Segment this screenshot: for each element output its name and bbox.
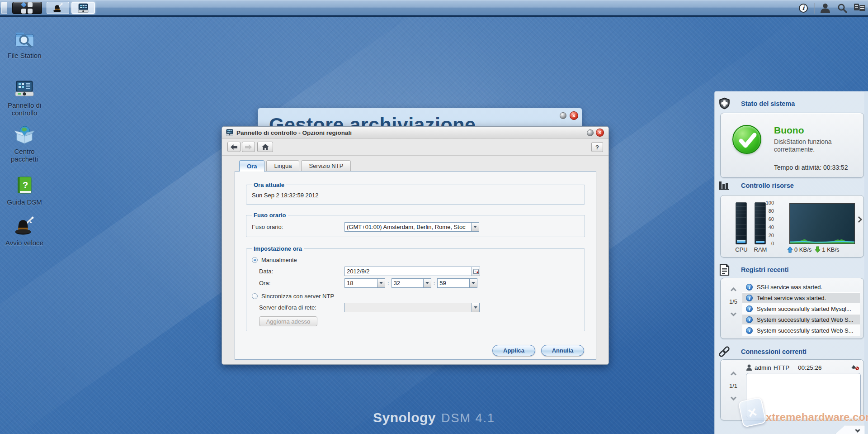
connection-protocol: HTTP <box>774 364 798 371</box>
minute-select[interactable]: 32 <box>392 278 431 288</box>
timezone-select[interactable]: (GMT+01:00) Amsterdam, Berlin, Rome, Sto… <box>344 222 479 232</box>
calendar-icon <box>473 268 479 274</box>
time-setting-fieldset: Impostazione ora Manualmente Data: <box>246 245 585 331</box>
page-up-icon[interactable] <box>731 372 736 377</box>
upload-speed: 0 KB/s <box>794 246 811 253</box>
quick-launch-button[interactable] <box>47 2 69 14</box>
log-text: SSH service was started. <box>757 284 822 291</box>
control-panel-icon <box>226 129 233 136</box>
info-icon: i <box>746 327 753 334</box>
cancel-button[interactable]: Annulla <box>541 345 584 356</box>
pilot-view-button[interactable] <box>851 2 868 14</box>
ram-label: RAM <box>753 246 768 253</box>
ntp-server-label: Server dell'ora di rete: <box>259 304 344 311</box>
widget-title: Connessioni correnti <box>741 348 807 355</box>
back-button[interactable] <box>227 142 241 152</box>
dialog-titlebar[interactable]: Pannello di controllo - Opzioni regional… <box>222 127 609 139</box>
manual-radio-row[interactable]: Manualmente <box>252 255 579 265</box>
desktop-icon-package-center[interactable]: Centro pacchetti <box>3 124 46 163</box>
log-text: Telnet service was started. <box>757 295 826 301</box>
dropdown-trigger-icon[interactable] <box>472 222 479 232</box>
tab-lingua[interactable]: Lingua <box>266 160 299 171</box>
taskbar-edge <box>0 15 868 17</box>
forward-button[interactable] <box>242 142 255 152</box>
log-row: iTelnet service was started. <box>742 292 860 303</box>
quick-start-icon <box>14 215 35 237</box>
home-button[interactable] <box>257 142 273 152</box>
user-icon <box>746 364 752 371</box>
page-up-icon[interactable] <box>731 287 736 293</box>
desktop-icon-quick-start[interactable]: Avvio veloce <box>3 215 46 247</box>
log-text: System successfully started Web S... <box>757 316 854 323</box>
page-down-icon[interactable] <box>731 395 736 401</box>
user-menu-button[interactable] <box>816 2 834 14</box>
resource-monitor-panel: CPU RAM 100 80 60 40 20 0 0 KB/s 1 KB/s <box>720 195 864 258</box>
bar-chart-icon <box>715 180 734 191</box>
update-now-button: Aggiorna adesso <box>259 316 317 326</box>
hour-select[interactable]: 18 <box>344 278 385 288</box>
logs-pager: 1/5 <box>725 278 741 317</box>
svg-text:?: ? <box>23 180 28 190</box>
dropdown-trigger-icon[interactable] <box>470 278 477 288</box>
info-icon: i <box>746 284 753 291</box>
timezone-label: Fuso orario: <box>252 224 344 230</box>
minimize-button[interactable] <box>587 129 594 136</box>
control-panel-taskbar-button[interactable] <box>71 2 95 14</box>
help-button[interactable]: ? <box>591 142 603 152</box>
health-status: Buono <box>774 125 804 136</box>
synology-logo-text: Synology <box>373 410 436 425</box>
close-button[interactable]: × <box>570 111 578 120</box>
calendar-button[interactable] <box>472 267 480 276</box>
page-indicator: 1/1 <box>725 382 741 389</box>
show-desktop-tab[interactable] <box>1 2 7 14</box>
ntp-server-row: Server dell'ora di rete: <box>252 302 579 313</box>
taskbar: i <box>0 0 868 15</box>
ntp-radio[interactable] <box>252 293 258 299</box>
main-menu-button[interactable] <box>12 2 42 14</box>
y-tick: 60 <box>760 216 774 222</box>
minute-value: 32 <box>392 278 424 288</box>
y-tick: 20 <box>760 233 774 238</box>
date-input[interactable] <box>344 267 472 276</box>
dropdown-trigger-icon[interactable] <box>424 278 431 288</box>
widget-title: Controllo risorse <box>741 182 794 189</box>
manual-radio[interactable] <box>252 257 258 263</box>
desktop-icon-dsm-help[interactable]: ? Guida DSM <box>3 175 46 206</box>
user-icon <box>820 3 831 14</box>
disconnect-icon[interactable] <box>851 364 859 372</box>
info-button[interactable]: i <box>795 2 812 14</box>
control-panel-icon <box>77 3 89 13</box>
page-down-icon[interactable] <box>731 310 736 316</box>
sidebar-collapse-tab[interactable] <box>835 425 865 434</box>
close-button[interactable]: × <box>596 129 604 137</box>
apply-button[interactable]: Applica <box>492 345 535 356</box>
widget-sidebar: Stato del sistema Buono DiskStation funz… <box>714 91 868 434</box>
ntp-radio-row[interactable]: Sincronizza con server NTP <box>252 291 579 301</box>
tab-ora[interactable]: Ora <box>239 160 264 172</box>
info-icon: i <box>799 4 808 13</box>
expand-resource-arrow-icon[interactable] <box>856 216 862 223</box>
connection-row: admin HTTP 00:25:26 <box>746 362 859 372</box>
dropdown-trigger-icon[interactable] <box>377 278 385 288</box>
second-value: 59 <box>437 278 470 288</box>
log-row: iSystem successfully started Web S... <box>742 325 860 336</box>
date-row: Data: <box>252 266 579 277</box>
uptime-text: Tempo di attività: 00:33:52 <box>774 164 848 171</box>
y-tick: 100 <box>760 200 774 205</box>
timezone-selected-value: (GMT+01:00) Amsterdam, Berlin, Rome, Sto… <box>344 222 472 232</box>
resource-monitor-header: Controllo risorse <box>715 180 868 191</box>
y-tick: 80 <box>760 208 774 214</box>
page-indicator: 1/5 <box>725 298 741 305</box>
second-select[interactable]: 59 <box>437 278 477 288</box>
fieldset-legend: Ora attuale <box>252 181 286 188</box>
desktop-icon-control-panel[interactable]: Pannello di controllo <box>3 78 46 117</box>
desktop-icon-file-station[interactable]: File Station <box>3 28 46 59</box>
minimize-button[interactable] <box>560 112 566 119</box>
log-row: iSSH service was started. <box>742 281 860 292</box>
control-panel-icon <box>14 78 35 100</box>
network-traffic-chart <box>789 203 855 244</box>
ntp-server-value <box>344 303 472 312</box>
search-button[interactable] <box>834 2 851 14</box>
tab-servizio-ntp[interactable]: Servizio NTP <box>301 160 351 171</box>
dialog-action-buttons: Applica Annulla <box>492 345 584 356</box>
